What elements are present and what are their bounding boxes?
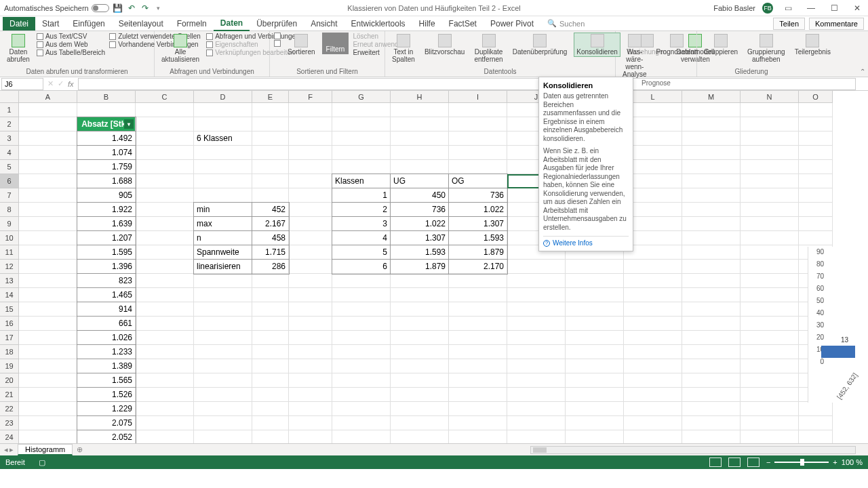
cell[interactable] (566, 373, 624, 388)
tab-developer[interactable]: Entwicklertools (344, 17, 412, 30)
cell[interactable] (289, 317, 332, 331)
cell[interactable] (252, 288, 289, 302)
cell[interactable]: 1.389 (77, 359, 136, 373)
cell[interactable]: 1.492 (77, 131, 136, 146)
cell[interactable] (289, 331, 332, 345)
cell[interactable] (194, 160, 252, 174)
cell[interactable] (799, 430, 833, 443)
cell[interactable] (194, 416, 252, 430)
filter-dropdown-icon[interactable]: ▾ (124, 119, 134, 129)
cell[interactable] (682, 331, 741, 345)
cell[interactable] (289, 388, 332, 402)
cell[interactable] (449, 317, 507, 331)
row-header[interactable]: 19 (0, 359, 19, 373)
cell[interactable] (682, 345, 741, 359)
column-header[interactable]: O (799, 91, 833, 103)
collapse-ribbon-icon[interactable]: ⌃ (860, 68, 865, 75)
cell[interactable] (136, 430, 194, 443)
cell[interactable] (449, 402, 507, 416)
cell[interactable] (332, 402, 391, 416)
cell[interactable] (136, 373, 194, 388)
cell[interactable]: 1.639 (77, 217, 136, 231)
cell[interactable] (507, 317, 566, 331)
cell[interactable] (391, 274, 449, 288)
cell[interactable]: 3 (332, 217, 391, 231)
cell[interactable] (194, 388, 252, 402)
row-header[interactable]: 4 (0, 146, 19, 160)
cell[interactable] (507, 274, 566, 288)
cell[interactable] (19, 274, 77, 288)
formula-input[interactable] (78, 78, 856, 90)
row-header[interactable]: 22 (0, 402, 19, 416)
row-header[interactable]: 21 (0, 388, 19, 402)
row-header[interactable]: 6 (0, 174, 19, 188)
cell[interactable] (332, 160, 391, 174)
cell[interactable]: 1.307 (449, 217, 507, 231)
row-header[interactable]: 8 (0, 203, 19, 217)
cell[interactable] (391, 302, 449, 317)
cell[interactable] (449, 117, 507, 131)
record-macro-icon[interactable]: ▢ (39, 458, 45, 467)
cell[interactable] (252, 117, 289, 131)
group-button[interactable]: Gruppieren (701, 33, 741, 57)
cell[interactable] (194, 274, 252, 288)
cell[interactable] (624, 317, 682, 331)
cell[interactable] (136, 217, 194, 231)
autosave-toggle[interactable]: Automatisches Speichern (4, 4, 109, 12)
sort-button[interactable]: Sortieren (285, 33, 318, 57)
cell[interactable] (682, 430, 741, 443)
cell[interactable]: 1.026 (77, 331, 136, 345)
cell[interactable] (682, 245, 741, 260)
cell[interactable] (252, 274, 289, 288)
cell[interactable] (682, 174, 741, 188)
cell[interactable] (507, 288, 566, 302)
qat-dropdown-icon[interactable]: ▾ (154, 3, 163, 13)
cell[interactable] (741, 288, 799, 302)
cell[interactable]: 452 (252, 203, 289, 217)
save-icon[interactable]: 💾 (113, 3, 123, 13)
cell[interactable] (566, 260, 624, 274)
cell[interactable]: 1.593 (449, 231, 507, 245)
cell[interactable] (624, 416, 682, 430)
cell[interactable] (19, 288, 77, 302)
cell[interactable]: 1.022 (449, 203, 507, 217)
cell[interactable] (252, 430, 289, 443)
row-header[interactable]: 23 (0, 416, 19, 430)
cell[interactable] (741, 317, 799, 331)
cell[interactable] (332, 131, 391, 146)
maximize-button[interactable]: ☐ (826, 3, 842, 13)
cell[interactable] (289, 430, 332, 443)
cell[interactable] (391, 402, 449, 416)
cell[interactable] (799, 188, 833, 203)
cell[interactable] (741, 402, 799, 416)
cell[interactable] (799, 416, 833, 430)
cell[interactable] (624, 302, 682, 317)
cell[interactable] (566, 345, 624, 359)
cell[interactable] (799, 103, 833, 117)
cell[interactable] (391, 146, 449, 160)
cell[interactable] (391, 345, 449, 359)
cell[interactable]: 1.233 (77, 345, 136, 359)
cell[interactable] (391, 359, 449, 373)
cell[interactable] (566, 288, 624, 302)
zoom-slider[interactable] (774, 462, 829, 463)
cell[interactable] (624, 345, 682, 359)
row-header[interactable]: 3 (0, 131, 19, 146)
cell[interactable] (741, 274, 799, 288)
cell[interactable]: 2.075 (77, 416, 136, 430)
cell[interactable] (289, 359, 332, 373)
cell[interactable] (136, 188, 194, 203)
row-header[interactable]: 16 (0, 317, 19, 331)
cell[interactable] (682, 302, 741, 317)
cell[interactable] (391, 388, 449, 402)
zoom-in-icon[interactable]: + (833, 458, 837, 466)
cell[interactable]: linearisieren (194, 260, 252, 274)
cell[interactable] (136, 174, 194, 188)
ungroup-button[interactable]: Gruppierung aufheben (745, 33, 788, 64)
cell[interactable] (19, 160, 77, 174)
cell[interactable] (19, 231, 77, 245)
cell[interactable] (449, 345, 507, 359)
tab-formulas[interactable]: Formeln (170, 17, 214, 30)
cell[interactable] (332, 274, 391, 288)
cell[interactable] (136, 359, 194, 373)
